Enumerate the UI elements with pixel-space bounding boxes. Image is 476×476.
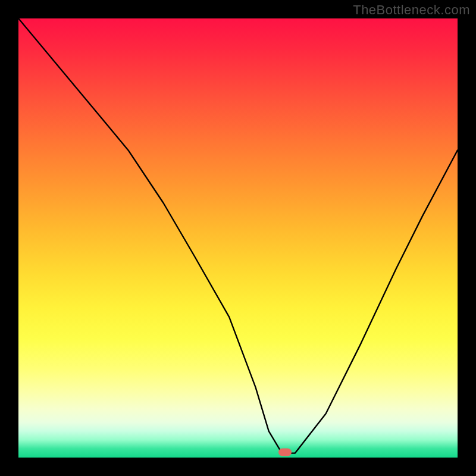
chart-frame: TheBottleneck.com: [0, 0, 476, 476]
watermark-text: TheBottleneck.com: [353, 2, 470, 18]
optimal-marker: [278, 449, 292, 456]
bottleneck-curve: [18, 18, 458, 458]
curve-path: [18, 18, 458, 453]
plot-area: [18, 18, 458, 458]
